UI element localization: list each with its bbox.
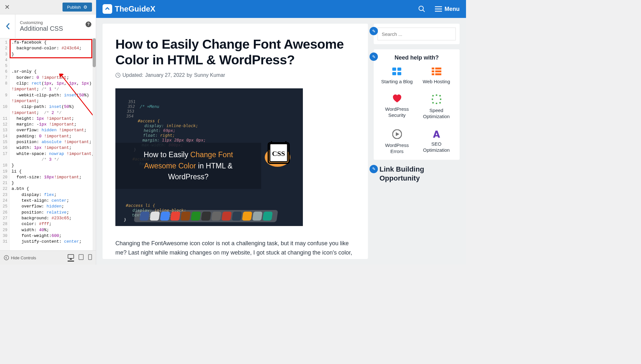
scrollbar-thumb[interactable] (93, 38, 96, 67)
scrollbar-track (93, 38, 96, 250)
help-icon[interactable]: ? (86, 21, 91, 27)
code-body[interactable]: .fa-facebook { background-color: #243c64… (10, 38, 96, 250)
desktop-preview-icon[interactable] (68, 254, 74, 262)
gear-icon: ⚙ (83, 4, 87, 10)
main-content: How to Easily Change Font Awesome Color … (103, 24, 368, 259)
edit-shortcut-icon[interactable]: ✎ (370, 165, 378, 173)
svg-rect-15 (392, 68, 396, 71)
css-editor[interactable]: 1234567891011121314151617181920212223242… (0, 38, 96, 250)
svg-point-6 (419, 6, 423, 11)
link-widget-title: Link Building Opportunity (379, 165, 460, 183)
svg-point-28 (440, 98, 441, 100)
svg-point-30 (436, 102, 437, 104)
svg-point-25 (432, 95, 434, 96)
post-title: How to Easily Change Font Awesome Color … (115, 36, 355, 68)
help-item-icon (432, 68, 441, 75)
svg-rect-5 (88, 255, 92, 260)
link-building-widget: ✎ Link Building Opportunity (374, 165, 460, 183)
svg-line-7 (423, 10, 425, 12)
svg-rect-21 (432, 73, 434, 75)
svg-rect-17 (392, 72, 396, 75)
help-item-icon (392, 68, 402, 75)
help-widget-title: Need help with? (379, 54, 454, 61)
site-name: TheGuideX (115, 4, 155, 13)
customizer-footer: Hide Controls (0, 250, 96, 265)
post-meta: Updated: January 27, 2022 by Sunny Kumar (115, 72, 355, 78)
help-item-label: SEO Optimization (418, 141, 454, 153)
clock-icon (115, 73, 121, 78)
search-toggle[interactable] (418, 5, 425, 12)
svg-rect-16 (397, 68, 401, 71)
section-title: Additional CSS (20, 25, 91, 32)
svg-rect-3 (70, 259, 72, 260)
svg-point-29 (439, 102, 441, 103)
publish-button[interactable]: Publish ⚙ (62, 3, 92, 12)
hamburger-icon (435, 6, 442, 12)
help-item[interactable]: WordPress Security (379, 94, 415, 120)
site-header: TheGuideX Menu (96, 0, 466, 18)
featured-image: 351 352 /* =Menu 353 354 #access { displ… (115, 88, 303, 226)
line-numbers: 1234567891011121314151617181920212223242… (0, 38, 10, 250)
site-logo[interactable]: TheGuideX (103, 4, 155, 14)
svg-point-27 (439, 95, 441, 96)
tablet-preview-icon[interactable] (79, 254, 84, 262)
svg-point-1 (4, 255, 9, 260)
device-preview-icons (68, 254, 92, 262)
author-link[interactable]: Sunny Kumar (194, 72, 225, 78)
svg-rect-24 (435, 73, 441, 75)
help-item-icon (432, 94, 441, 104)
svg-point-31 (432, 102, 434, 103)
help-item-label: WordPress Security (379, 106, 415, 118)
customizing-label: Customizing (20, 20, 91, 25)
help-item-label: Speed Optimization (418, 107, 454, 120)
edit-shortcut-icon[interactable]: ✎ (370, 27, 378, 35)
svg-rect-19 (432, 68, 434, 69)
dock-bar (134, 210, 278, 222)
help-item[interactable]: Speed Optimization (418, 94, 454, 120)
css-badge-icon: CSS (262, 141, 293, 169)
help-item-label: WordPress Errors (379, 142, 415, 155)
svg-text:CSS: CSS (272, 150, 285, 158)
post-body: Changing the FontAwesome icon color is n… (115, 239, 355, 259)
help-item[interactable]: SEO Optimization (418, 129, 454, 155)
preview-pane: TheGuideX Menu How to Easily Change Font… (96, 0, 466, 265)
help-item[interactable]: WordPress Errors (379, 129, 415, 155)
search-icon (418, 5, 425, 12)
svg-rect-20 (432, 70, 434, 72)
menu-label: Menu (445, 6, 460, 12)
search-input[interactable] (378, 28, 456, 40)
svg-rect-23 (435, 70, 441, 72)
svg-rect-22 (435, 68, 441, 69)
svg-point-32 (432, 98, 433, 100)
help-item-icon (432, 129, 441, 138)
svg-rect-2 (68, 255, 74, 258)
help-item-icon (392, 94, 402, 103)
publish-label: Publish (67, 5, 81, 10)
svg-rect-4 (79, 255, 83, 260)
collapse-icon (4, 255, 9, 260)
help-item-label: Starting a Blog (381, 78, 412, 85)
customizer-header: Customizing Additional CSS ? (0, 14, 96, 38)
help-item-label: Web Hosting (423, 78, 450, 85)
menu-toggle[interactable]: Menu (435, 6, 460, 12)
close-button[interactable]: ✕ (4, 4, 10, 10)
help-item[interactable]: Web Hosting (418, 68, 454, 85)
svg-point-26 (436, 94, 437, 96)
back-button[interactable] (0, 14, 15, 38)
help-widget: ✎ Need help with? Starting a BlogWeb Hos… (374, 49, 460, 160)
preview-sidebar: ✎ ✎ Need help with? Starting a BlogWeb H… (374, 24, 460, 259)
logo-icon (103, 4, 112, 14)
help-item[interactable]: Starting a Blog (379, 68, 415, 85)
svg-rect-18 (397, 72, 401, 75)
customizer-topbar: ✕ Publish ⚙ (0, 0, 96, 14)
hide-controls-button[interactable]: Hide Controls (4, 255, 36, 260)
mobile-preview-icon[interactable] (88, 254, 92, 262)
help-item-icon (392, 129, 402, 139)
edit-shortcut-icon[interactable]: ✎ (370, 53, 378, 61)
search-widget: ✎ (374, 24, 460, 44)
customizer-sidebar: ✕ Publish ⚙ Customizing Additional CSS ?… (0, 0, 96, 265)
